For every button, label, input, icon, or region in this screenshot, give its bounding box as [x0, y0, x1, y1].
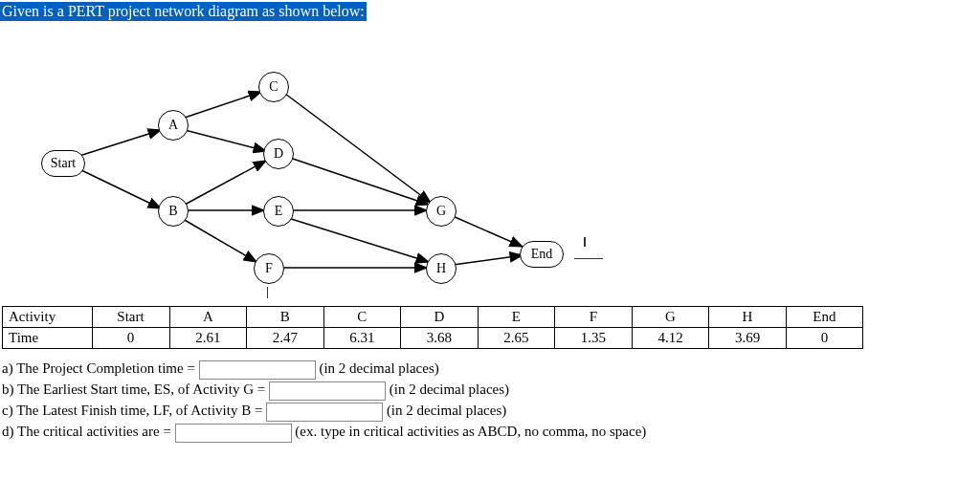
row-header-activity: Activity	[3, 307, 93, 328]
col-header: A	[169, 307, 247, 328]
cell: 2.65	[478, 328, 555, 349]
svg-line-0	[79, 130, 161, 156]
node-b: B	[158, 196, 189, 227]
table-row: Time 0 2.61 2.47 6.31 3.68 2.65 1.35 4.1…	[3, 328, 863, 349]
stray-mark	[574, 258, 603, 259]
cell: 0	[92, 328, 169, 349]
cell: 2.61	[169, 328, 247, 349]
cell: 6.31	[323, 328, 401, 349]
node-e: E	[263, 196, 294, 227]
col-header: D	[401, 307, 479, 328]
cell: 2.47	[247, 328, 324, 349]
svg-line-12	[453, 216, 523, 247]
cell: 4.12	[632, 328, 709, 349]
q-hint: (in 2 decimal places)	[319, 360, 438, 376]
col-header: E	[478, 307, 555, 328]
cell: 0	[786, 328, 862, 349]
node-g: G	[426, 196, 457, 227]
answer-input-c[interactable]	[266, 403, 383, 422]
q-hint: (in 2 decimal places)	[390, 381, 509, 397]
svg-line-3	[185, 130, 266, 151]
answer-input-d[interactable]	[175, 424, 292, 443]
node-h: H	[426, 253, 457, 284]
node-start: Start	[41, 150, 85, 177]
answer-input-a[interactable]	[199, 360, 316, 380]
col-header: Start	[92, 307, 169, 328]
table-row: Activity Start A B C D E F G H End	[3, 307, 863, 328]
question-c: c) The Latest Finish time, LF, of Activi…	[2, 403, 980, 422]
svg-line-10	[288, 218, 429, 262]
node-a: A	[158, 110, 189, 141]
svg-line-1	[79, 169, 161, 208]
q-text: d) The critical activities are =	[2, 424, 175, 439]
question-b: b) The Earliest Start time, ES, of Activ…	[2, 381, 980, 401]
col-header: End	[786, 307, 862, 328]
svg-line-4	[185, 161, 266, 205]
svg-line-6	[183, 219, 256, 262]
node-d: D	[263, 139, 294, 169]
q-hint: (ex. type in critical activities as ABCD…	[295, 424, 646, 439]
q-hint: (in 2 decimal places)	[387, 403, 506, 418]
stray-mark	[267, 287, 268, 298]
question-a: a) The Project Completion time = (in 2 d…	[2, 360, 980, 380]
svg-line-2	[185, 92, 261, 118]
q-text: b) The Earliest Start time, ES, of Activ…	[2, 381, 269, 397]
diagram-arrows	[10, 29, 679, 296]
answer-input-b[interactable]	[269, 381, 386, 401]
cell: 1.35	[555, 328, 633, 349]
stray-mark	[584, 237, 586, 247]
pert-diagram: Start A B C D E F G H End	[10, 29, 679, 296]
svg-line-8	[290, 158, 429, 205]
activity-time-table: Activity Start A B C D E F G H End Time …	[2, 306, 863, 349]
row-header-time: Time	[3, 328, 93, 349]
node-end: End	[520, 241, 564, 268]
node-f: F	[254, 253, 284, 284]
q-text: c) The Latest Finish time, LF, of Activi…	[2, 403, 266, 418]
svg-line-7	[285, 94, 431, 203]
col-header: B	[247, 307, 324, 328]
node-c: C	[258, 72, 289, 102]
svg-line-13	[453, 255, 523, 265]
cell: 3.68	[401, 328, 479, 349]
cell: 3.69	[709, 328, 787, 349]
q-text: a) The Project Completion time =	[2, 360, 199, 376]
question-d: d) The critical activities are = (ex. ty…	[2, 424, 980, 443]
page-title: Given is a PERT project network diagram …	[0, 2, 367, 21]
col-header: H	[709, 307, 787, 328]
col-header: F	[555, 307, 633, 328]
col-header: C	[323, 307, 401, 328]
col-header: G	[632, 307, 709, 328]
